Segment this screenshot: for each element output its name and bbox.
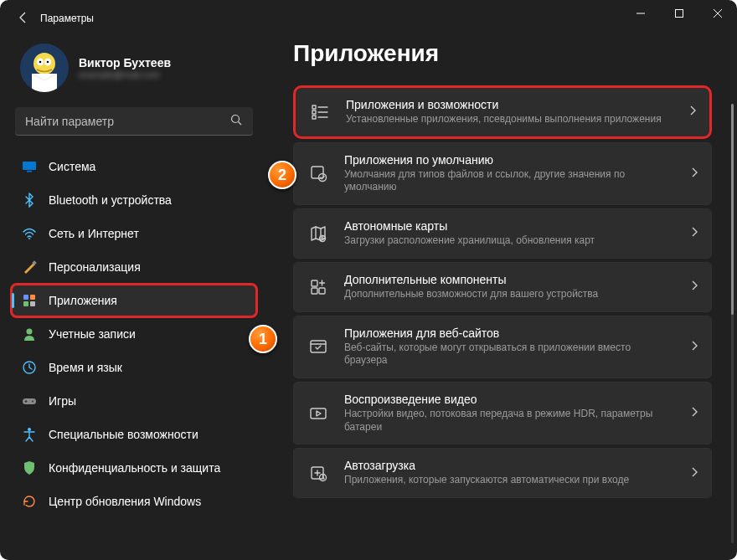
settings-card-5[interactable]: Воспроизведение видеоНастройки видео, по… [293,382,712,444]
svg-line-12 [239,121,242,125]
sidebar-item-label: Персонализация [49,260,141,274]
svg-rect-40 [312,288,317,294]
search-icon [230,114,243,129]
sidebar-item-8[interactable]: Специальные возможности [12,419,256,450]
annotation-marker-2: 2 [268,161,296,189]
sidebar: Виктор Бухтеев example@mail.com СистемаB… [0,37,268,560]
svg-point-21 [27,329,33,335]
settings-card-6[interactable]: АвтозагрузкаПриложения, которые запускаю… [293,448,712,498]
sidebar-item-label: Bluetooth и устройства [49,193,172,207]
sidebar-item-label: Система [49,160,95,173]
svg-rect-41 [319,288,325,294]
startup-icon [307,462,329,484]
svg-rect-20 [30,301,35,306]
card-title: Автономные карты [344,219,676,233]
sidebar-item-3[interactable]: Персонализация [12,251,256,283]
card-subtitle: Дополнительные возможности для вашего ус… [344,288,676,301]
accessibility-icon [22,427,37,442]
close-button[interactable] [698,0,737,27]
settings-card-1[interactable]: Приложения по умолчаниюУмолчания для тип… [293,142,712,205]
svg-rect-44 [311,408,326,419]
chevron-right-icon [689,105,696,118]
scrollbar[interactable] [731,104,734,543]
maximize-button[interactable] [660,0,698,27]
sidebar-item-10[interactable]: Центр обновления Windows [12,486,256,517]
bluetooth-icon [22,193,37,208]
card-subtitle: Загрузки расположение хранилища, обновле… [344,234,676,248]
search-input[interactable] [25,115,230,128]
svg-rect-26 [312,105,316,109]
svg-rect-32 [312,167,323,178]
sidebar-item-2[interactable]: Сеть и Интернет [12,218,256,249]
scrollbar-thumb[interactable] [731,104,734,315]
card-subtitle: Веб-сайты, которые могут открываться в п… [344,342,676,367]
person-icon [22,326,37,342]
svg-rect-13 [23,162,36,170]
sidebar-item-5[interactable]: Учетные записи [12,318,256,350]
svg-rect-28 [312,116,316,119]
back-button[interactable] [7,11,40,27]
display-icon [22,159,37,174]
settings-cards: Приложения и возможностиУстановленные пр… [293,85,712,498]
sidebar-item-label: Игры [49,394,76,408]
sidebar-nav: СистемаBluetooth и устройстваСеть и Инте… [12,151,256,517]
sidebar-item-9[interactable]: Конфиденциальность и защита [12,452,256,484]
main-content: Приложения Приложения и возможностиУстан… [268,37,737,560]
sidebar-item-label: Специальные возможности [49,428,198,441]
profile-name: Виктор Бухтеев [79,56,171,69]
card-subtitle: Настройки видео, потоковая передача в ре… [344,408,676,434]
settings-card-4[interactable]: Приложения для веб-сайтовВеб-сайты, кото… [293,316,712,378]
sidebar-item-6[interactable]: Время и язык [12,352,256,383]
page-title: Приложения [293,40,712,67]
chevron-right-icon [691,407,698,419]
sidebar-item-1[interactable]: Bluetooth и устройства [12,184,256,216]
card-title: Автозагрузка [344,459,676,472]
search-box[interactable] [15,107,253,136]
window-body: Виктор Бухтеев example@mail.com СистемаB… [0,37,737,560]
sidebar-item-0[interactable]: Система [12,151,256,182]
svg-rect-27 [312,110,316,114]
svg-point-15 [28,238,30,239]
settings-card-3[interactable]: Дополнительные компонентыДополнительные … [293,262,712,312]
svg-rect-42 [311,341,326,352]
sidebar-item-label: Конфиденциальность и защита [49,461,220,475]
chevron-right-icon [691,167,698,180]
sidebar-item-7[interactable]: Игры [12,385,256,417]
window-controls [621,0,737,27]
settings-card-0[interactable]: Приложения и возможностиУстановленные пр… [293,85,712,139]
sidebar-item-4[interactable]: Приложения [12,285,256,316]
video-icon [307,403,329,424]
minimize-button[interactable] [621,0,660,27]
svg-rect-18 [30,295,35,300]
card-title: Приложения по умолчанию [344,153,676,167]
components-icon [307,276,329,298]
window-title: Параметры [40,13,94,24]
avatar [20,44,69,92]
svg-point-11 [232,115,240,122]
update-icon [22,494,37,509]
titlebar: Параметры [0,0,737,37]
apps-icon [22,293,37,308]
card-subtitle: Приложения, которые запускаются автомати… [344,474,676,487]
card-subtitle: Установленные приложения, псевдонимы вып… [346,113,674,126]
shield-icon [22,460,37,475]
sidebar-item-label: Время и язык [49,361,122,374]
wifi-icon [22,226,37,241]
svg-rect-14 [27,171,32,172]
svg-point-9 [47,61,49,64]
annotation-marker-1: 1 [249,325,277,353]
svg-rect-23 [23,398,36,404]
websites-icon [307,336,329,357]
sidebar-item-label: Сеть и Интернет [49,227,139,240]
sidebar-item-label: Приложения [49,294,117,307]
svg-point-25 [28,428,31,431]
svg-rect-17 [23,295,28,300]
sidebar-item-label: Центр обновления Windows [49,495,201,508]
settings-card-2[interactable]: Автономные картыЗагрузки расположение хр… [293,208,712,259]
chevron-right-icon [691,227,698,239]
profile-email: example@mail.com [79,69,171,80]
profile[interactable]: Виктор Бухтеев example@mail.com [12,37,256,92]
svg-rect-19 [23,301,28,306]
list-icon [309,101,331,123]
card-title: Приложения и возможности [346,98,674,111]
